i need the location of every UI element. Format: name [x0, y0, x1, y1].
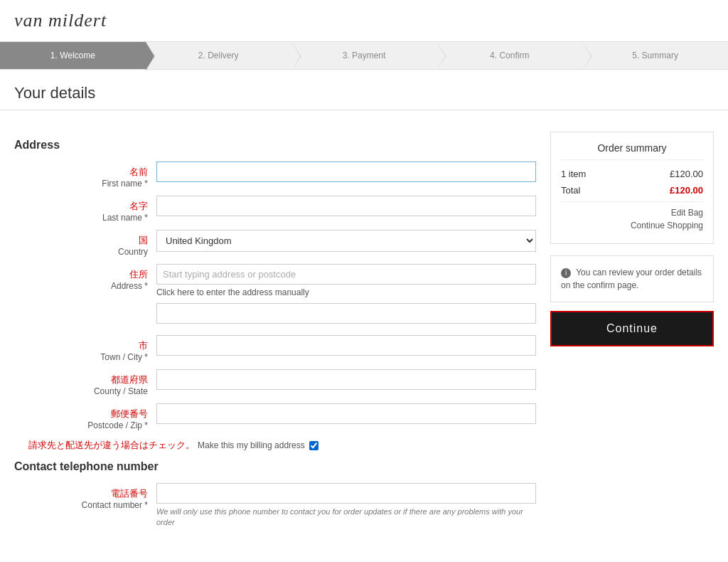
info-box: i You can review your order details on t…: [550, 255, 714, 302]
address-line2-input[interactable]: [156, 303, 536, 324]
postcode-input-col: [156, 403, 536, 424]
page-title: Your details: [0, 70, 728, 110]
first-name-input[interactable]: [156, 161, 536, 182]
country-label-en: Country: [14, 247, 148, 257]
progress-bar: 1. Welcome 2. Delivery 3. Payment 4. Con…: [0, 42, 728, 70]
logo: van mildert: [14, 10, 714, 31]
first-name-label-en: First name *: [14, 179, 148, 189]
header: van mildert: [0, 0, 728, 42]
city-label: 市 Town / City *: [14, 335, 156, 362]
country-input-col: United Kingdom United States Australia C…: [156, 230, 536, 252]
summary-item-count: 1 item: [561, 169, 586, 179]
first-name-label-jp: 名前: [14, 166, 148, 179]
first-name-input-col: [156, 161, 536, 182]
country-label-jp: 国: [14, 234, 148, 247]
info-text: You can review your order details on the…: [561, 267, 702, 290]
country-row: 国 Country United Kingdom United States A…: [14, 230, 536, 257]
address-input[interactable]: [156, 264, 536, 285]
county-input[interactable]: [156, 369, 536, 390]
billing-label-en: Make this my billing address: [198, 440, 305, 450]
address-input-col: Click here to enter the address manually: [156, 264, 536, 328]
form-section: Address 名前 First name * 名字 Last name *: [14, 132, 536, 536]
city-row: 市 Town / City *: [14, 335, 536, 362]
contact-number-label-en: Contact number *: [14, 500, 148, 510]
last-name-row: 名字 Last name *: [14, 196, 536, 223]
county-label-en: County / State: [14, 386, 148, 396]
summary-item-price: £120.00: [670, 169, 703, 179]
city-input[interactable]: [156, 335, 536, 356]
last-name-label-jp: 名字: [14, 200, 148, 213]
click-manual-link[interactable]: Click here to enter the address manually: [156, 287, 536, 297]
first-name-label: 名前 First name *: [14, 161, 156, 189]
order-summary-box: Order summary 1 item £120.00 Total £120.…: [550, 132, 714, 244]
address-row: 住所 Address * Click here to enter the add…: [14, 264, 536, 328]
progress-step-summary[interactable]: 5. Summary: [582, 42, 728, 69]
summary-total-row: Total £120.00: [561, 185, 703, 196]
last-name-label: 名字 Last name *: [14, 196, 156, 223]
postcode-label-en: Postcode / Zip *: [14, 420, 148, 430]
postcode-row: 郵便番号 Postcode / Zip *: [14, 403, 536, 430]
first-name-row: 名前 First name *: [14, 161, 536, 189]
postcode-label: 郵便番号 Postcode / Zip *: [14, 403, 156, 430]
continue-button[interactable]: Continue: [550, 311, 714, 346]
summary-item-row: 1 item £120.00: [561, 169, 703, 179]
main-container: Address 名前 First name * 名字 Last name *: [0, 117, 728, 550]
contact-number-row: 電話番号 Contact number * We will only use t…: [14, 483, 536, 529]
country-select[interactable]: United Kingdom United States Australia C…: [156, 230, 536, 252]
contact-number-label-jp: 電話番号: [14, 487, 148, 500]
contact-note: We will only use this phone number to co…: [156, 507, 536, 529]
city-label-en: Town / City *: [14, 352, 148, 362]
address-label-en: Address *: [14, 281, 148, 291]
progress-step-payment[interactable]: 3. Payment: [291, 42, 437, 69]
address-label: 住所 Address *: [14, 264, 156, 291]
address-label-jp: 住所: [14, 268, 148, 281]
contact-number-input[interactable]: [156, 483, 536, 504]
city-input-col: [156, 335, 536, 356]
progress-step-welcome[interactable]: 1. Welcome: [0, 42, 146, 69]
progress-step-confirm[interactable]: 4. Confirm: [437, 42, 582, 69]
billing-checkbox[interactable]: [309, 441, 318, 450]
country-label: 国 Country: [14, 230, 156, 257]
contact-number-input-col: We will only use this phone number to co…: [156, 483, 536, 529]
sidebar: Order summary 1 item £120.00 Total £120.…: [550, 132, 714, 536]
postcode-input[interactable]: [156, 403, 536, 424]
summary-total-label: Total: [561, 185, 580, 196]
county-label: 都道府県 County / State: [14, 369, 156, 396]
city-label-jp: 市: [14, 339, 148, 352]
last-name-label-en: Last name *: [14, 213, 148, 223]
last-name-input[interactable]: [156, 196, 536, 216]
county-label-jp: 都道府県: [14, 373, 148, 386]
billing-label-jp: 請求先と配送先が違う場合はチェック。: [28, 439, 195, 452]
address-section-heading: Address: [14, 139, 536, 152]
billing-checkbox-row: 請求先と配送先が違う場合はチェック。 Make this my billing …: [14, 439, 536, 452]
summary-total-price: £120.00: [670, 185, 703, 196]
info-icon: i: [561, 268, 571, 278]
last-name-input-col: [156, 196, 536, 216]
county-input-col: [156, 369, 536, 390]
order-summary-title: Order summary: [561, 142, 703, 160]
edit-bag-link[interactable]: Edit Bag: [561, 208, 703, 218]
county-row: 都道府県 County / State: [14, 369, 536, 396]
progress-step-delivery[interactable]: 2. Delivery: [146, 42, 291, 69]
continue-shopping-link[interactable]: Continue Shopping: [561, 221, 703, 230]
contact-section-heading: Contact telephone number: [14, 460, 536, 473]
postcode-label-jp: 郵便番号: [14, 408, 148, 420]
contact-number-label: 電話番号 Contact number *: [14, 483, 156, 510]
summary-links: Edit Bag Continue Shopping: [561, 201, 703, 230]
